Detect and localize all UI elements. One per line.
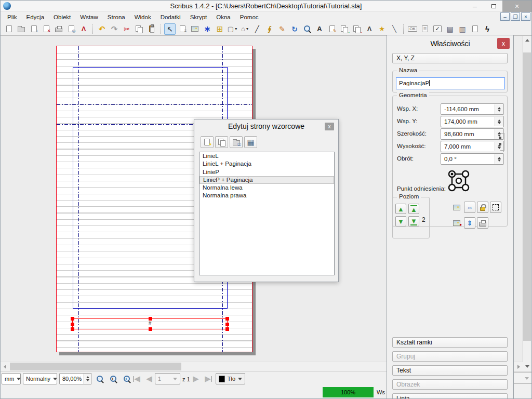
selection-handle[interactable] xyxy=(225,317,229,321)
lower-to-bottom-button[interactable]: ▼ xyxy=(408,216,419,227)
eyedropper-icon[interactable]: ╲ xyxy=(389,23,400,35)
menu-pomoc[interactable]: Pomoc xyxy=(235,13,263,21)
lower-level-button[interactable]: ▼ xyxy=(395,216,406,227)
pdf-checkbox-icon[interactable]: ✓ xyxy=(432,23,443,35)
rotation-spinner[interactable] xyxy=(495,154,503,164)
basis-point-widget[interactable] xyxy=(447,169,472,194)
insert-freehand-icon[interactable]: ✎ xyxy=(276,23,288,35)
flip-horizontal-button[interactable]: ⇔ xyxy=(464,202,475,213)
scroll-up-icon[interactable] xyxy=(525,39,529,42)
zoom-tool-icon[interactable] xyxy=(301,23,313,35)
dropdown-arrow-icon[interactable]: ▾ xyxy=(246,26,248,31)
first-page-button[interactable]: ◀ xyxy=(131,373,142,384)
insert-render-frame-icon[interactable]: ∗ xyxy=(202,23,213,35)
pdf-link-icon[interactable]: ϟ xyxy=(482,23,493,35)
new-document-icon[interactable] xyxy=(3,23,15,35)
master-page-item[interactable]: LinieL xyxy=(200,152,334,160)
insert-table-icon[interactable]: ⊞ xyxy=(214,23,225,35)
zoom-out-button[interactable]: − xyxy=(94,373,105,384)
x-position-spinner[interactable] xyxy=(495,104,503,114)
y-position-field[interactable]: 174,000 mm xyxy=(441,116,504,127)
master-page-item[interactable]: Normalna lewa xyxy=(200,184,334,192)
zoom-in-button[interactable]: + xyxy=(121,373,132,384)
name-input[interactable]: PaginacjaP xyxy=(396,77,505,89)
export-pdf-icon[interactable]: Λ xyxy=(78,23,89,35)
import-master-page-icon[interactable]: ▢ xyxy=(230,136,243,148)
master-page-item[interactable]: LinieL + Paginacja xyxy=(200,160,334,168)
height-field[interactable]: 7,000 mm xyxy=(441,141,504,152)
dropdown-arrow-icon[interactable]: ▾ xyxy=(235,26,237,31)
paste-icon[interactable] xyxy=(146,23,157,35)
restore-button[interactable] xyxy=(486,1,501,12)
save-document-icon[interactable]: ↓ xyxy=(28,23,39,35)
tab-xyz[interactable]: X, Y, Z xyxy=(392,53,508,63)
selection-handle[interactable] xyxy=(149,317,152,321)
pdf-list-box-icon[interactable]: ▥ xyxy=(457,23,468,35)
undo-icon[interactable]: ↶ xyxy=(96,23,108,35)
story-editor-icon[interactable]: ✎ xyxy=(326,23,338,35)
pagination-frame-selected[interactable]: # xyxy=(72,318,228,329)
x-position-field[interactable]: -114,600 mm xyxy=(441,103,504,115)
dialog-close-button[interactable]: x xyxy=(325,123,334,130)
scroll-down-icon[interactable] xyxy=(525,365,529,368)
section-text[interactable]: Tekst xyxy=(392,365,508,376)
previous-page-button[interactable]: ◀ xyxy=(144,373,154,384)
link-frames-icon[interactable]: → xyxy=(339,23,350,35)
copy-icon[interactable] xyxy=(134,23,145,35)
measurements-icon[interactable]: Λ xyxy=(364,23,375,35)
select-tool-icon[interactable]: ↖ xyxy=(164,23,176,35)
section-line[interactable]: Linia xyxy=(392,393,508,399)
insert-shape-icon[interactable]: ▢▾ xyxy=(227,23,238,35)
minimize-button[interactable]: – xyxy=(467,1,483,12)
mdi-minimize-button[interactable]: – xyxy=(500,12,510,21)
menu-dodatki[interactable]: Dodatki xyxy=(156,13,185,21)
menu-obiekt[interactable]: Obiekt xyxy=(49,13,75,21)
zoom-spinner[interactable] xyxy=(84,373,91,384)
insert-text-frame-icon[interactable]: ≡ xyxy=(177,23,188,35)
duplicate-master-page-icon[interactable] xyxy=(215,136,228,148)
menu-plik[interactable]: Plik xyxy=(3,13,22,21)
mdi-restore-button[interactable]: ❐ xyxy=(511,12,520,21)
scroll-right-icon[interactable] xyxy=(517,365,520,369)
y-position-spinner[interactable] xyxy=(495,117,503,126)
lock-object-button[interactable] xyxy=(477,202,488,213)
pdf-text-field-icon[interactable]: ≡ xyxy=(419,23,431,35)
menu-strona[interactable]: Strona xyxy=(103,13,130,21)
redo-icon[interactable]: ↷ xyxy=(109,23,120,35)
width-field[interactable]: 98,600 mm xyxy=(441,128,504,140)
insert-line-icon[interactable]: ╱ xyxy=(251,23,263,35)
unlink-frames-icon[interactable]: ↔ xyxy=(351,23,363,35)
vertical-scroll-thumb[interactable] xyxy=(523,52,531,341)
add-master-page-icon[interactable]: ● xyxy=(201,136,214,148)
selection-handle[interactable] xyxy=(149,327,152,331)
layer-indicator-combo[interactable]: Tło xyxy=(216,373,245,384)
enable-printing-button[interactable] xyxy=(477,217,488,229)
horizontal-scroll-thumb[interactable] xyxy=(10,363,181,370)
insert-bezier-icon[interactable]: ∮ xyxy=(264,23,275,35)
scroll-left-icon[interactable] xyxy=(4,365,6,369)
pdf-combo-box-icon[interactable]: ▤ xyxy=(444,23,456,35)
delete-master-page-icon[interactable]: ▦ xyxy=(244,136,257,148)
preflight-verifier-icon[interactable]: ◎ xyxy=(65,23,77,35)
zoom-100-button[interactable]: 1 xyxy=(108,373,119,384)
flip-vertical-button[interactable]: ⇕ xyxy=(464,217,475,229)
vertical-scrollbar[interactable] xyxy=(522,36,531,371)
current-page-combo[interactable]: 1 xyxy=(155,373,180,384)
edit-contents-icon[interactable]: A xyxy=(314,23,325,35)
menu-edycja[interactable]: Edycja xyxy=(22,13,49,21)
master-page-item[interactable]: Normalna prawa xyxy=(200,192,334,200)
next-page-button[interactable]: ▶ xyxy=(191,373,201,384)
pdf-annotation-icon[interactable] xyxy=(469,23,481,35)
close-document-icon[interactable]: ✕ xyxy=(41,23,52,35)
print-icon[interactable] xyxy=(53,23,64,35)
insert-image-frame-icon[interactable] xyxy=(189,23,201,35)
raise-level-button[interactable]: ▲ xyxy=(395,204,406,214)
rotate-item-icon[interactable]: ↻ xyxy=(289,23,300,35)
selection-handle[interactable] xyxy=(71,317,74,321)
mdi-close-button[interactable]: × xyxy=(521,12,530,21)
rotation-field[interactable]: 0,0 ° xyxy=(441,153,504,165)
lock-size-button[interactable] xyxy=(490,202,501,213)
menu-widok[interactable]: Widok xyxy=(130,13,156,21)
cut-icon[interactable]: ✂ xyxy=(121,23,132,35)
link-width-height-icon[interactable] xyxy=(500,133,504,151)
